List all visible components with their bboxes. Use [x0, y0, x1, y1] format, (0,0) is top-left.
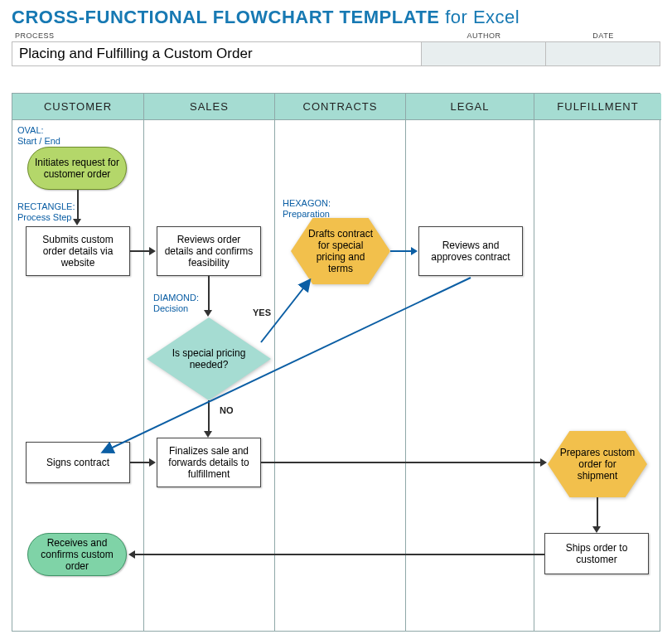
- node-draft-contract[interactable]: Drafts contract for special pricing and …: [291, 218, 390, 284]
- metadata-row: PROCESS Placing and Fulfilling a Custom …: [0, 30, 672, 66]
- arrow-down-icon: [204, 431, 212, 438]
- author-field[interactable]: [422, 41, 546, 66]
- arrow-down-icon: [204, 310, 212, 317]
- date-label: DATE: [546, 30, 660, 41]
- hint-rectangle: RECTANGLE: Process Step: [17, 201, 75, 223]
- node-finalize-sale[interactable]: Finalizes sale and forwards details to f…: [157, 438, 261, 487]
- connector: [130, 462, 150, 463]
- process-label: PROCESS: [12, 30, 422, 41]
- arrow-right-icon: [149, 458, 156, 467]
- swimlane-container: CUSTOMER SALES CONTRACTS LEGAL FULFILLME…: [12, 93, 660, 632]
- node-decision-pricing[interactable]: Is special pricing needed?: [147, 317, 271, 400]
- lane-header-contracts: CONTRACTS: [275, 94, 405, 120]
- title-light: for Excel: [440, 7, 520, 27]
- author-label: AUTHOR: [422, 30, 546, 41]
- connector: [77, 190, 79, 220]
- lane-header-legal: LEGAL: [406, 94, 534, 120]
- lane-header-fulfillment: FULFILLMENT: [534, 94, 661, 120]
- connector: [135, 554, 544, 555]
- label-no: NO: [220, 405, 234, 415]
- arrow-down-icon: [73, 219, 81, 225]
- page-title: CROSS-FUNCTIONAL FLOWCHART TEMPLATE for …: [0, 0, 672, 30]
- connector: [208, 400, 210, 432]
- connector: [261, 462, 541, 463]
- node-initiate-request[interactable]: Initiates request for customer order: [27, 147, 127, 190]
- arrow-down-icon: [592, 526, 601, 533]
- date-field[interactable]: [546, 41, 660, 66]
- node-receive-confirm[interactable]: Receives and confirms custom order: [27, 533, 127, 576]
- arrow-left-icon: [128, 550, 135, 559]
- lane-header-sales: SALES: [144, 94, 274, 120]
- title-strong: CROSS-FUNCTIONAL FLOWCHART TEMPLATE: [12, 7, 440, 27]
- node-sign-contract[interactable]: Signs contract: [26, 442, 130, 483]
- hint-diamond: DIAMOND: Decision: [153, 293, 199, 314]
- lane-header-customer: CUSTOMER: [12, 94, 143, 120]
- node-review-feasibility[interactable]: Reviews order details and confirms feasi…: [157, 226, 261, 276]
- node-prepare-shipment[interactable]: Prepares custom order for shipment: [548, 431, 647, 497]
- arrow-right-icon: [540, 458, 547, 467]
- hint-hexagon: HEXAGON: Preparation: [283, 198, 331, 220]
- node-submit-details[interactable]: Submits custom order details via website: [26, 226, 130, 276]
- connector: [390, 250, 412, 252]
- process-field[interactable]: Placing and Fulfilling a Custom Order: [12, 41, 422, 66]
- connector: [597, 497, 598, 527]
- connector: [130, 250, 150, 252]
- node-approve-contract[interactable]: Reviews and approves contract: [418, 226, 523, 276]
- arrow-right-icon: [149, 247, 156, 255]
- node-ship-order[interactable]: Ships order to customer: [544, 533, 649, 574]
- hint-oval: OVAL: Start / End: [17, 125, 60, 147]
- label-yes: YES: [253, 307, 271, 317]
- connector: [208, 276, 210, 311]
- arrow-right-icon: [411, 247, 418, 255]
